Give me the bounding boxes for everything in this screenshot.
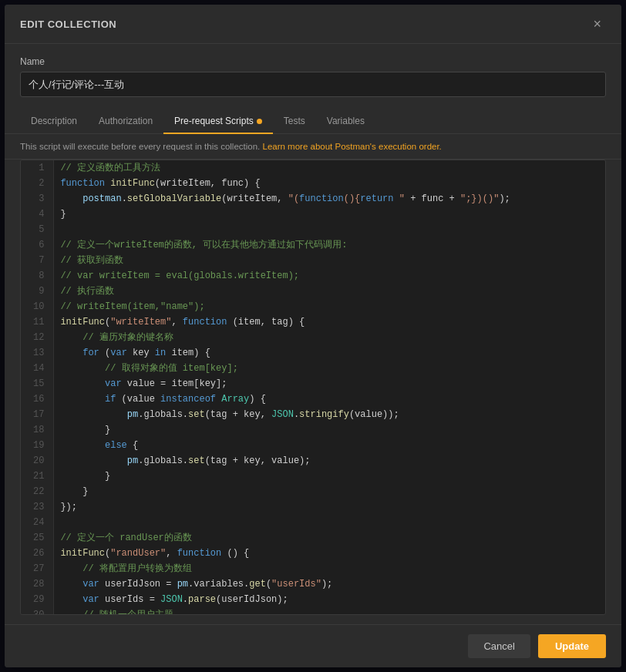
tab-description-label: Description (31, 116, 77, 126)
tab-variables-label: Variables (327, 116, 365, 126)
table-row: 8// var writeItem = eval(globals.writeIt… (21, 268, 605, 284)
table-row: 22 } (21, 484, 605, 499)
info-link[interactable]: Learn more about Postman's execution ord… (262, 142, 441, 151)
update-button[interactable]: Update (538, 634, 606, 658)
tab-tests[interactable]: Tests (273, 109, 316, 134)
name-input[interactable] (20, 72, 606, 97)
tabs-bar: Description Authorization Pre-request Sc… (5, 109, 621, 134)
tab-pre-request-label: Pre-request Scripts (174, 116, 254, 126)
tab-pre-request[interactable]: Pre-request Scripts (163, 109, 273, 134)
name-label: Name (20, 56, 606, 67)
tab-variables[interactable]: Variables (316, 109, 375, 134)
table-row: 1// 定义函数的工具方法 (21, 160, 605, 176)
table-row: 12 // 遍历对象的键名称 (21, 330, 605, 345)
table-row: 3 postman.setGlobalVariable(writeItem, "… (21, 191, 605, 207)
table-row: 9// 执行函数 (21, 284, 605, 299)
table-row: 30 // 随机一个用户主题 (21, 607, 605, 615)
table-row: 6// 定义一个writeItem的函数, 可以在其他地方通过如下代码调用: (21, 237, 605, 253)
table-row: 25// 定义一个 randUser的函数 (21, 530, 605, 546)
cancel-button[interactable]: Cancel (468, 634, 530, 658)
table-row: 20 pm.globals.set(tag + key, value); (21, 453, 605, 469)
table-row: 24 (21, 515, 605, 530)
modal-overlay: EDIT COLLECTION × Name Description Autho… (0, 0, 626, 672)
table-row: 2function initFunc(writeItem, func) { (21, 176, 605, 191)
tab-pre-request-dot (257, 119, 262, 124)
code-editor[interactable]: 1// 定义函数的工具方法2function initFunc(writeIte… (20, 160, 606, 615)
modal-title: EDIT COLLECTION (20, 18, 116, 30)
table-row: 15 var value = item[key]; (21, 376, 605, 391)
table-row: 11initFunc("writeItem", function (item, … (21, 314, 605, 330)
table-row: 7// 获取到函数 (21, 253, 605, 268)
tab-authorization-label: Authorization (99, 116, 153, 126)
table-row: 28 var userIdJson = pm.variables.get("us… (21, 576, 605, 592)
modal-footer: Cancel Update (5, 624, 621, 667)
table-row: 13 for (var key in item) { (21, 345, 605, 361)
modal-header: EDIT COLLECTION × (5, 5, 621, 44)
table-row: 5 (21, 222, 605, 237)
table-row: 10// writeItem(item,"name"); (21, 299, 605, 314)
table-row: 23}); (21, 499, 605, 515)
table-row: 14 // 取得对象的值 item[key]; (21, 361, 605, 376)
table-row: 16 if (value instanceof Array) { (21, 391, 605, 407)
tab-authorization[interactable]: Authorization (88, 109, 163, 134)
table-row: 26initFunc("randUser", function () { (21, 546, 605, 561)
tab-description[interactable]: Description (20, 109, 88, 134)
close-button[interactable]: × (588, 15, 606, 32)
table-row: 29 var userIds = JSON.parse(userIdJson); (21, 592, 605, 607)
name-section: Name (5, 44, 621, 103)
table-row: 17 pm.globals.set(tag + key, JSON.string… (21, 407, 605, 422)
table-row: 21 } (21, 469, 605, 484)
info-text: This script will execute before every re… (20, 142, 260, 151)
table-row: 4} (21, 207, 605, 222)
table-row: 18 } (21, 422, 605, 438)
table-row: 19 else { (21, 438, 605, 453)
info-bar: This script will execute before every re… (5, 134, 621, 160)
tab-tests-label: Tests (284, 116, 305, 126)
code-table: 1// 定义函数的工具方法2function initFunc(writeIte… (21, 160, 605, 615)
table-row: 27 // 将配置用户转换为数组 (21, 561, 605, 576)
edit-collection-modal: EDIT COLLECTION × Name Description Autho… (5, 5, 621, 667)
modal-body: Name Description Authorization Pre-reque… (5, 44, 621, 624)
